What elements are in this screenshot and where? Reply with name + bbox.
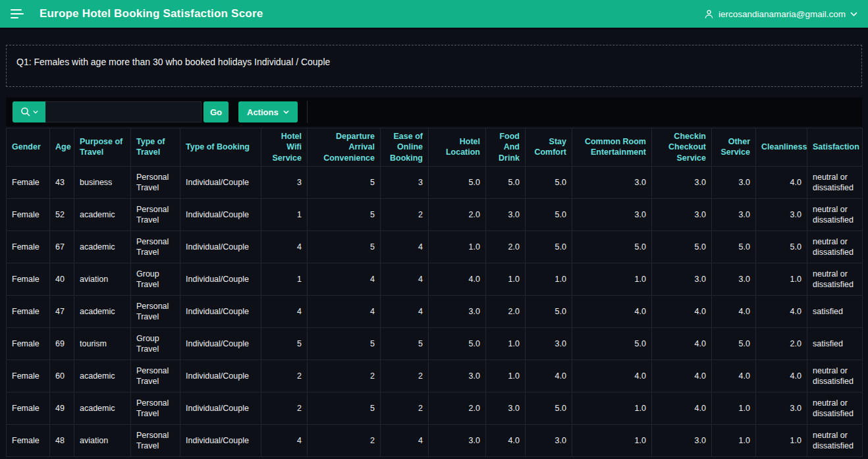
cell-type-of-booking: Individual/Couple — [180, 424, 261, 456]
cell-age: 52 — [50, 198, 74, 230]
cell-hotel-wifi-service: 2 — [261, 392, 308, 424]
column-header-checkin-checkout-service[interactable]: Checkin Checkout Service — [652, 128, 712, 167]
table-row: Female60academicPersonal TravelIndividua… — [7, 360, 863, 392]
page-title: Europe Hotel Booking Satisfaction Score — [40, 7, 263, 20]
column-header-gender[interactable]: Gender — [7, 128, 50, 167]
cell-satisfaction: satisfied — [807, 295, 863, 327]
cell-departure-arrival-convenience: 4 — [308, 295, 381, 327]
cell-type-of-travel: Personal Travel — [131, 360, 180, 392]
person-icon — [704, 9, 714, 19]
cell-type-of-booking: Individual/Couple — [180, 295, 261, 327]
cell-type-of-booking: Individual/Couple — [180, 392, 261, 424]
column-header-cleanliness[interactable]: Cleanliness — [756, 128, 807, 167]
cell-satisfaction: satisfied — [807, 327, 863, 360]
column-header-common-room-entertainment[interactable]: Common Room Entertainment — [572, 128, 652, 167]
cell-checkin-checkout-service: 3.0 — [652, 424, 712, 456]
cell-type-of-booking: Individual/Couple — [180, 327, 261, 360]
column-header-stay-comfort[interactable]: Stay Comfort — [526, 128, 572, 167]
column-header-ease-of-online-booking[interactable]: Ease of Online Booking — [381, 128, 429, 167]
user-menu[interactable]: iercosandianamaria@gmail.com — [704, 9, 857, 19]
cell-age: 60 — [50, 360, 74, 392]
column-header-satisfaction[interactable]: Satisfaction — [807, 128, 863, 167]
cell-gender: Female — [7, 360, 50, 392]
cell-purpose-of-travel: academic — [74, 198, 131, 230]
cell-common-room-entertainment: 4.0 — [572, 295, 652, 327]
column-header-type-of-travel[interactable]: Type of Travel — [131, 128, 180, 167]
cell-hotel-wifi-service: 4 — [261, 424, 308, 456]
cell-checkin-checkout-service: 5.0 — [652, 230, 712, 263]
cell-checkin-checkout-service: 3.0 — [652, 263, 712, 295]
cell-stay-comfort: 5.0 — [526, 295, 572, 327]
cell-food-and-drink: 1.0 — [486, 263, 526, 295]
chevron-down-icon — [283, 110, 289, 114]
cell-cleanliness: 1.0 — [756, 424, 807, 456]
cell-hotel-location: 5.0 — [429, 166, 486, 198]
cell-ease-of-online-booking: 4 — [381, 230, 429, 263]
cell-other-service: 1.0 — [712, 424, 756, 456]
cell-common-room-entertainment: 4.0 — [572, 360, 652, 392]
cell-cleanliness: 4.0 — [756, 166, 807, 198]
cell-hotel-location: 2.0 — [429, 198, 486, 230]
cell-purpose-of-travel: business — [74, 166, 131, 198]
cell-ease-of-online-booking: 2 — [381, 360, 429, 392]
cell-age: 48 — [50, 424, 74, 456]
cell-departure-arrival-convenience: 5 — [308, 327, 381, 360]
question-text: Q1: Females with age more than 30 who bo… — [16, 57, 330, 67]
cell-gender: Female — [7, 166, 50, 198]
cell-cleanliness: 1.0 — [756, 263, 807, 295]
column-header-age[interactable]: Age — [50, 128, 74, 167]
cell-type-of-booking: Individual/Couple — [180, 230, 261, 263]
cell-ease-of-online-booking: 2 — [381, 392, 429, 424]
cell-stay-comfort: 3.0 — [526, 424, 572, 456]
cell-ease-of-online-booking: 5 — [381, 327, 429, 360]
cell-type-of-booking: Individual/Couple — [180, 166, 261, 198]
cell-cleanliness: 4.0 — [756, 360, 807, 392]
cell-purpose-of-travel: academic — [74, 360, 131, 392]
cell-age: 49 — [50, 392, 74, 424]
cell-age: 67 — [50, 230, 74, 263]
cell-age: 47 — [50, 295, 74, 327]
question-region: Q1: Females with age more than 30 who bo… — [6, 45, 862, 87]
cell-other-service: 4.0 — [712, 295, 756, 327]
cell-hotel-wifi-service: 1 — [261, 198, 308, 230]
cell-type-of-travel: Personal Travel — [131, 295, 180, 327]
cell-food-and-drink: 2.0 — [486, 295, 526, 327]
cell-gender: Female — [7, 327, 50, 360]
user-email: iercosandianamaria@gmail.com — [719, 9, 846, 19]
cell-stay-comfort: 5.0 — [526, 166, 572, 198]
cell-stay-comfort: 5.0 — [526, 230, 572, 263]
cell-ease-of-online-booking: 3 — [381, 166, 429, 198]
column-header-departure-arrival-convenience[interactable]: Departure Arrival Convenience — [308, 128, 381, 167]
cell-common-room-entertainment: 5.0 — [572, 230, 652, 263]
table-row: Female48aviationPersonal TravelIndividua… — [7, 424, 863, 456]
cell-ease-of-online-booking: 2 — [381, 198, 429, 230]
column-header-hotel-wifi-service[interactable]: Hotel Wifi Service — [261, 128, 308, 167]
column-header-purpose-of-travel[interactable]: Purpose of Travel — [74, 128, 131, 167]
column-header-type-of-booking[interactable]: Type of Booking — [180, 128, 261, 167]
cell-purpose-of-travel: aviation — [74, 424, 131, 456]
cell-satisfaction: neutral or dissatisfied — [807, 392, 863, 424]
go-button[interactable]: Go — [203, 101, 229, 122]
hamburger-menu-icon[interactable] — [11, 9, 24, 18]
search-options-button[interactable] — [13, 101, 45, 122]
cell-hotel-wifi-service: 3 — [261, 166, 308, 198]
search-input[interactable] — [45, 101, 202, 122]
cell-purpose-of-travel: academic — [74, 230, 131, 263]
cell-type-of-travel: Personal Travel — [131, 198, 180, 230]
cell-other-service: 3.0 — [712, 263, 756, 295]
cell-hotel-wifi-service: 5 — [261, 327, 308, 360]
cell-checkin-checkout-service: 4.0 — [652, 295, 712, 327]
cell-type-of-travel: Personal Travel — [131, 230, 180, 263]
column-header-food-and-drink[interactable]: Food And Drink — [486, 128, 526, 167]
cell-hotel-location: 3.0 — [429, 295, 486, 327]
cell-food-and-drink: 4.0 — [486, 424, 526, 456]
cell-type-of-booking: Individual/Couple — [180, 198, 261, 230]
column-header-hotel-location[interactable]: Hotel Location — [429, 128, 486, 167]
cell-hotel-wifi-service: 1 — [261, 263, 308, 295]
cell-stay-comfort: 5.0 — [526, 198, 572, 230]
column-header-other-service[interactable]: Other Service — [712, 128, 756, 167]
cell-satisfaction: neutral or dissatisfied — [807, 360, 863, 392]
app-header: Europe Hotel Booking Satisfaction Score … — [0, 0, 868, 29]
actions-button[interactable]: Actions — [238, 101, 298, 122]
cell-common-room-entertainment: 3.0 — [572, 198, 652, 230]
